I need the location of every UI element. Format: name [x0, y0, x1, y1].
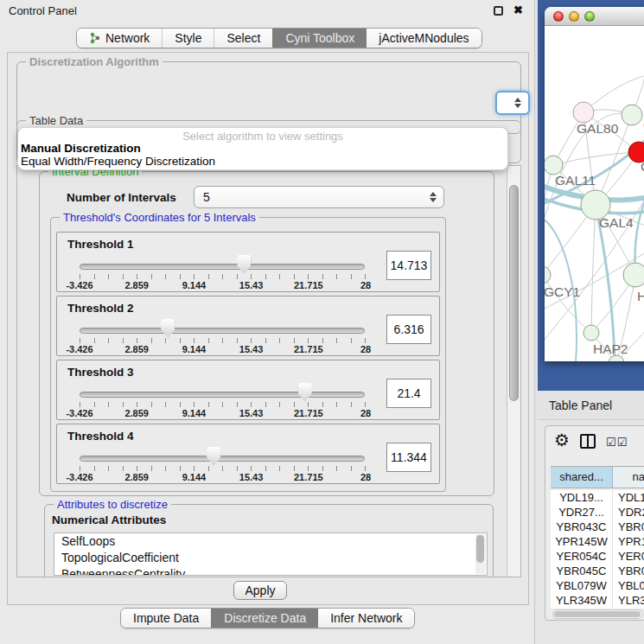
cell-shared-name[interactable]: YBR045C: [551, 564, 613, 578]
threshold-slider-handle[interactable]: [207, 447, 220, 466]
tick-label: 21.715: [294, 280, 323, 290]
tab-cyni-toolbox[interactable]: Cyni Toolbox: [272, 29, 367, 48]
cell-shared-name[interactable]: YDL19...: [551, 490, 613, 505]
tab-network[interactable]: Network: [77, 29, 162, 48]
cell-name[interactable]: YDR2: [613, 505, 644, 520]
network-node[interactable]: [545, 156, 563, 175]
algorithm-combobox[interactable]: [495, 91, 530, 115]
close-traffic-light[interactable]: [553, 11, 564, 22]
list-scrollbar-thumb[interactable]: [476, 535, 484, 563]
minimize-traffic-light[interactable]: [569, 11, 579, 22]
zoom-traffic-light[interactable]: [584, 11, 595, 22]
tick-label: 2.859: [124, 344, 149, 354]
apply-button[interactable]: Apply: [233, 581, 287, 600]
horizontal-scrollbar-thumb[interactable]: [554, 611, 641, 617]
combo-arrows-icon: [514, 98, 521, 108]
numerical-attributes-label: Numerical Attributes: [52, 513, 166, 526]
tick-label: 9.144: [182, 344, 207, 354]
network-node[interactable]: [573, 102, 594, 123]
gear-icon[interactable]: ⚙: [554, 430, 570, 450]
threshold-4-panel: Threshold 4 -3.4262.8599.14415.4321.7152…: [56, 424, 440, 484]
vertical-scrollbar-thumb[interactable]: [509, 185, 519, 401]
column-header-shared-name[interactable]: shared...: [551, 467, 613, 488]
table-row[interactable]: YIL052CYIL0: [551, 608, 644, 609]
cell-name[interactable]: YLR3: [613, 593, 644, 608]
table-row[interactable]: YBR045CYBR0: [551, 564, 644, 578]
network-node[interactable]: [583, 325, 599, 341]
select-columns-icon[interactable]: ☑☑: [606, 436, 628, 449]
cell-name[interactable]: YPR1: [613, 534, 644, 549]
tab-impute-data[interactable]: Impute Data: [121, 609, 211, 628]
column-header-name[interactable]: na: [613, 467, 644, 488]
node-label-gcy1: GCY1: [545, 284, 580, 299]
table-row[interactable]: YBR043CYBR0: [551, 520, 644, 534]
tick-label: 15.43: [239, 344, 264, 354]
cell-name[interactable]: YBR0: [613, 520, 644, 534]
tab-select[interactable]: Select: [214, 29, 272, 48]
num-intervals-combobox[interactable]: 5: [194, 186, 444, 208]
attribute-list-item[interactable]: SelfLoops: [54, 533, 487, 550]
combo-arrows-icon: [430, 192, 437, 202]
tick-label: 2.859: [124, 280, 149, 290]
window-title: Control Panel: [9, 4, 77, 17]
cell-shared-name[interactable]: YLR345W: [551, 593, 613, 608]
split-columns-icon[interactable]: [580, 434, 596, 449]
cell-name[interactable]: YDL1: [613, 490, 644, 505]
vertical-scrollbar[interactable]: [507, 166, 521, 577]
attribute-list-item[interactable]: TopologicalCoefficient: [54, 550, 487, 566]
threshold-slider-handle[interactable]: [237, 255, 251, 274]
tick-label: -3.426: [66, 344, 92, 354]
table-rows: YDL19...YDL1YDR27...YDR2YBR043CYBR0YPR14…: [551, 490, 644, 609]
node-table: shared... na YDL19...YDL1YDR27...YDR2YBR…: [551, 466, 644, 620]
cell-shared-name[interactable]: YBR043C: [551, 520, 613, 534]
cell-name[interactable]: YIL0: [613, 608, 644, 609]
dropdown-option-equal-width[interactable]: Equal Width/Frequency Discretization: [21, 155, 215, 168]
table-row[interactable]: YPR145WYPR1: [551, 534, 644, 549]
cell-shared-name[interactable]: YPR145W: [551, 534, 613, 549]
network-canvas[interactable]: GAL80 GA C GAL11 GAL4 GCY1 H HAP2: [545, 26, 644, 361]
table-row[interactable]: YDR27...YDR2: [551, 505, 644, 520]
list-scrollbar[interactable]: [475, 534, 486, 574]
cell-shared-name[interactable]: YDR27...: [551, 505, 613, 520]
node-label-gal4: GAL4: [599, 215, 634, 230]
cell-name[interactable]: YBL0: [613, 578, 644, 593]
close-icon[interactable]: ✖: [513, 3, 523, 16]
cell-shared-name[interactable]: YER054C: [551, 549, 613, 564]
tab-infer-network[interactable]: Infer Network: [318, 609, 414, 628]
network-node[interactable]: [545, 266, 551, 284]
node-label-partial: C: [641, 159, 644, 174]
threshold-slider-handle[interactable]: [161, 319, 175, 338]
tab-discretize-data[interactable]: Discretize Data: [211, 609, 318, 628]
table-row[interactable]: YDL19...YDL1: [551, 490, 644, 505]
right-side: GAL80 GA C GAL11 GAL4 GCY1 H HAP2 Table …: [538, 0, 644, 644]
tab-jactivemnodules[interactable]: jActiveMNodules: [367, 29, 481, 48]
tab-label: Impute Data: [133, 611, 199, 625]
threshold-2-panel: Threshold 2 -3.4262.8599.14415.4321.7152…: [56, 296, 440, 356]
cell-name[interactable]: YBR0: [613, 564, 644, 578]
network-node[interactable]: [622, 105, 642, 125]
horizontal-scrollbar[interactable]: [552, 609, 643, 619]
table-panel-titlebar: Table Panel: [538, 391, 644, 420]
tab-style[interactable]: Style: [162, 29, 214, 48]
cyni-toolbox-panel: Discretization Algorithm Select algorith…: [7, 52, 529, 605]
threshold-value-field[interactable]: 6.316: [386, 315, 431, 344]
float-window-icon[interactable]: [494, 6, 503, 16]
threshold-value-field[interactable]: 21.4: [386, 379, 431, 408]
attribute-list-item[interactable]: BetweennessCentrality: [54, 566, 487, 576]
threshold-value-field[interactable]: 14.713: [386, 251, 431, 280]
cell-name[interactable]: YER0: [613, 549, 644, 564]
cell-shared-name[interactable]: YIL052C: [551, 608, 613, 609]
table-row[interactable]: YER054CYER0: [551, 549, 644, 564]
threshold-slider-handle[interactable]: [298, 383, 312, 402]
table-row[interactable]: YLR345WYLR3: [551, 593, 644, 608]
cell-shared-name[interactable]: YBL079W: [551, 578, 613, 593]
tick-label: 21.715: [294, 344, 323, 354]
threshold-value-field[interactable]: 11.344: [386, 443, 431, 472]
network-node[interactable]: [623, 263, 644, 287]
settings-scroll-area: Interval Definition Number of Intervals …: [16, 165, 521, 577]
algorithm-dropdown-popup: Select algorithm to view settings Manual…: [18, 128, 507, 169]
attributes-group: Attributes to discretize Numerical Attri…: [44, 504, 494, 577]
table-row[interactable]: YBL079WYBL0: [551, 578, 644, 593]
dropdown-option-manual[interactable]: Manual Discretization: [21, 142, 141, 155]
group-title: Attributes to discretize: [54, 498, 171, 511]
